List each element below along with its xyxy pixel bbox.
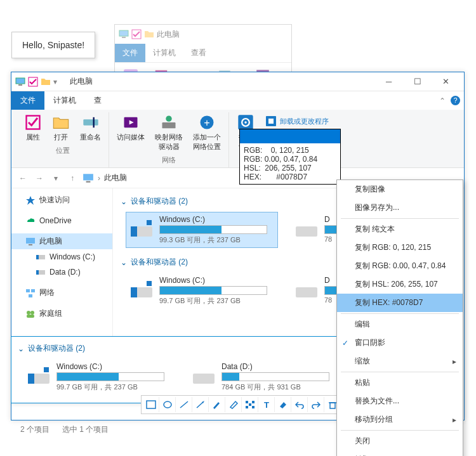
ghost-tab-file[interactable]: 文件 [115, 44, 145, 62]
tool-text[interactable]: T [258, 397, 275, 412]
sidebar-onedrive[interactable]: OneDrive [11, 213, 112, 228]
tool-undo[interactable] [291, 397, 308, 412]
close-button[interactable]: ✕ [432, 73, 460, 91]
svg-rect-1 [122, 37, 126, 38]
svg-rect-56 [246, 401, 248, 403]
ghost-tab-computer[interactable]: 计算机 [145, 44, 183, 62]
svg-rect-48 [28, 374, 34, 384]
ctx-destroy[interactable]: 销毁 [337, 450, 463, 456]
minimize-button[interactable]: ─ [374, 73, 403, 91]
maximize-button[interactable]: ☐ [403, 73, 432, 91]
ribbon-media[interactable]: 访问媒体 [114, 112, 147, 153]
window-title: 此电脑 [70, 76, 93, 87]
ribbon-group-label: 网络 [162, 154, 176, 167]
sidebar-quick[interactable]: 快速访问 [11, 192, 112, 208]
qat-dropdown[interactable]: ▾ [53, 77, 57, 86]
ghost-tab-view[interactable]: 查看 [183, 44, 214, 62]
folder-qat-icon[interactable] [41, 77, 51, 87]
svg-text:T: T [264, 400, 269, 409]
sidebar-thispc[interactable]: 此电脑 [11, 233, 112, 249]
sidebar-drive-c[interactable]: Windows (C:) [11, 249, 112, 264]
tool-line[interactable] [176, 397, 192, 412]
svg-rect-23 [268, 119, 274, 124]
ribbon-open[interactable]: 打开 [50, 112, 72, 143]
svg-point-21 [244, 121, 247, 124]
ribbon: 属性 打开 重命名 位置 访问媒体 映射网络 驱动器 +添加一个 网络位置 网络… [11, 110, 464, 168]
svg-rect-57 [249, 403, 251, 406]
svg-rect-46 [296, 287, 317, 297]
ctx-save-image[interactable]: 图像另存为... [337, 199, 463, 217]
svg-rect-38 [27, 315, 34, 318]
ribbon-properties[interactable]: 属性 [22, 112, 44, 143]
ctx-close[interactable]: 关闭 [337, 432, 463, 450]
group-header[interactable]: ⌄设备和驱动器 (2) [15, 339, 352, 358]
drive-c[interactable]: Windows (C:) 99.3 GB 可用，共 237 GB [126, 212, 278, 248]
ctx-copy-image[interactable]: 复制图像 [337, 180, 463, 199]
svg-point-52 [164, 401, 171, 408]
sidebar-homegroup[interactable]: 家庭组 [11, 306, 112, 322]
ctx-paste[interactable]: 粘贴 [337, 374, 463, 392]
svg-rect-8 [18, 84, 22, 86]
tool-mosaic[interactable] [242, 397, 258, 412]
sidebar-network[interactable]: 网络 [11, 285, 112, 301]
ctx-copy-hsl[interactable]: 复制 HSL: 206, 255, 107 [337, 275, 463, 294]
svg-rect-44 [131, 287, 137, 297]
drive-d[interactable]: Data (D:)784 GB 可用，共 931 GB [188, 359, 340, 395]
tool-eraser[interactable] [275, 397, 291, 412]
drive-c[interactable]: Windows (C:)99.7 GB 可用，共 237 GB [23, 359, 175, 395]
tool-marker[interactable] [225, 397, 242, 412]
ctx-zoom[interactable]: 缩放▸ [337, 352, 463, 370]
tab-computer[interactable]: 计算机 [44, 91, 85, 110]
ctx-shadow[interactable]: ✓窗口阴影 [337, 334, 463, 352]
ctx-copy-text[interactable]: 复制 纯文本 [337, 220, 463, 238]
ribbon-uninstall[interactable]: 卸载或更改程序 [262, 114, 331, 129]
folder-icon [144, 29, 154, 39]
expand-ribbon-icon[interactable]: ⌃ [439, 96, 446, 105]
ctx-copy-rgb[interactable]: 复制 RGB: 0, 120, 215 [337, 238, 463, 257]
address-text[interactable]: 此电脑 [104, 173, 127, 183]
ctx-move-group[interactable]: 移动到分组▸ [337, 410, 463, 429]
tool-ellipse[interactable] [159, 397, 176, 412]
ctx-copy-hex[interactable]: 复制 HEX: #0078D7 [337, 294, 463, 312]
monitor-icon [15, 77, 25, 87]
ctx-edit[interactable]: 编辑 [337, 315, 463, 334]
nav-forward[interactable]: → [33, 172, 46, 185]
drive-c[interactable]: Windows (C:) 99.7 GB 可用，共 237 GB [126, 273, 278, 309]
nav-up[interactable]: ↑ [66, 172, 79, 185]
svg-rect-15 [162, 122, 176, 128]
ribbon-rename[interactable]: 重命名 [77, 112, 103, 143]
tool-rect[interactable] [143, 397, 159, 412]
svg-line-54 [197, 402, 203, 408]
tab-view[interactable]: 查 [85, 91, 110, 110]
svg-rect-34 [31, 289, 35, 292]
svg-rect-27 [26, 238, 35, 244]
sidebar-drive-d[interactable]: Data (D:) [11, 264, 112, 280]
color-swatch [240, 129, 340, 143]
svg-line-53 [180, 401, 188, 408]
annotation-toolbar: T [141, 395, 343, 414]
svg-rect-28 [29, 244, 32, 245]
drive-icon [294, 215, 319, 240]
nav-recent[interactable]: ▾ [50, 172, 62, 185]
ctx-copy-rgbf[interactable]: 复制 RGB: 0.00, 0.47, 0.84 [337, 257, 463, 275]
svg-rect-40 [131, 226, 137, 237]
ribbon-tabs: 文件 计算机 查 ⌃ ? [11, 91, 464, 110]
svg-rect-0 [119, 30, 128, 36]
ctx-replace[interactable]: 替换为文件... [337, 392, 463, 410]
drive-icon [129, 276, 154, 301]
color-hsl: HSL: 206, 255, 107 [244, 164, 336, 173]
svg-rect-45 [147, 281, 152, 286]
help-icon[interactable]: ? [451, 96, 460, 105]
svg-rect-32 [36, 270, 39, 275]
detached-drives-snippet[interactable]: ⌄设备和驱动器 (2) Windows (C:)99.7 GB 可用，共 237… [11, 336, 357, 403]
tool-redo[interactable] [308, 397, 324, 412]
nav-back[interactable]: ← [17, 172, 29, 185]
checkbox-qat-icon[interactable] [28, 77, 38, 87]
ribbon-map-drive[interactable]: 映射网络 驱动器 [152, 112, 185, 153]
ribbon-add-net[interactable]: +添加一个 网络位置 [190, 112, 223, 153]
tool-pencil[interactable] [209, 397, 225, 412]
svg-rect-7 [16, 78, 25, 84]
tool-arrow[interactable] [192, 397, 209, 412]
titlebar[interactable]: ▾ 此电脑 ─ ☐ ✕ [11, 72, 464, 91]
tab-file[interactable]: 文件 [11, 91, 44, 110]
